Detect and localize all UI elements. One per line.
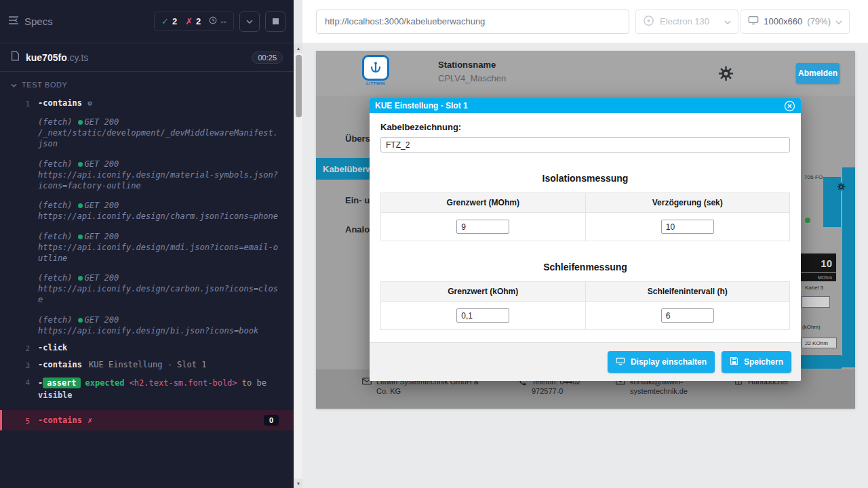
- command-argument: KUE Einstellung - Slot 1: [89, 360, 206, 369]
- failed-command-row[interactable]: 5 -contains ✗ 0: [0, 410, 294, 430]
- status-led: [805, 218, 810, 223]
- options-gear-icon: ⚙: [87, 99, 92, 108]
- specs-list-icon: [8, 16, 19, 27]
- display-icon: [616, 357, 625, 367]
- command-row[interactable]: 2 -click: [0, 340, 294, 357]
- line-number: 3: [0, 360, 38, 370]
- command-name: -contains: [38, 98, 82, 108]
- specs-label: Specs: [24, 16, 53, 27]
- grenzwert-kohm-input[interactable]: [456, 308, 509, 323]
- fetch-log[interactable]: (fetch)GET 200 /_next/static/development…: [38, 117, 280, 150]
- col-verzoegerung-sek: Verzögerung (sek): [585, 193, 790, 213]
- isolation-table: Grenzwert (MOhm) Verzögerung (sek): [380, 192, 790, 241]
- address-bar[interactable]: [316, 9, 629, 34]
- measure-unit: MOhm: [800, 273, 836, 281]
- scrollbar-thumb[interactable]: [296, 55, 302, 117]
- cypress-reporter: Specs ✓ 2 ✗ 2 --: [0, 0, 294, 488]
- station-name: CPLV4_Maschen: [438, 73, 506, 83]
- viewport-size: 1000x660: [764, 16, 802, 26]
- kabel-label: Kabel 5: [805, 285, 823, 291]
- passed-stat: ✓ 2: [161, 16, 177, 26]
- schleifenintervall-input[interactable]: [661, 308, 714, 323]
- command-row[interactable]: 3 -containsKUE Einstellung - Slot 1: [0, 357, 294, 373]
- grenzwert-mohm-input[interactable]: [456, 220, 509, 234]
- status-dot: [78, 162, 83, 167]
- pending-stat: --: [209, 16, 226, 26]
- line-number: 2: [0, 343, 38, 353]
- command-name: -click: [38, 343, 67, 352]
- kue-settings-modal: KUE Einstellung - Slot 1 Kabelbezeichnun…: [370, 98, 801, 381]
- fetch-log[interactable]: (fetch)GET 200 https://api.iconify.desig…: [38, 231, 280, 264]
- save-floppy-icon: [730, 357, 738, 367]
- col-grenzwert-mohm: Grenzwert (MOhm): [381, 193, 586, 213]
- test-stats: ✓ 2 ✗ 2 --: [154, 12, 234, 31]
- logout-button[interactable]: Abmelden: [796, 63, 840, 83]
- littwin-logo: LITTWIN: [361, 55, 391, 85]
- spec-file-row[interactable]: kue705fo.cy.ts 00:25: [0, 43, 294, 72]
- col-grenzwert-kohm: Grenzwert (kOhm): [381, 282, 586, 302]
- stop-tests-button[interactable]: [265, 12, 285, 32]
- modal-body: Kabelbezeichnung: Isolationsmessung Gren…: [370, 113, 801, 342]
- settings-gear-icon[interactable]: [718, 66, 734, 84]
- scroll-up-arrow[interactable]: ▲: [294, 43, 302, 53]
- chevron-down-icon: [724, 16, 731, 26]
- button-fragment[interactable]: [800, 355, 842, 369]
- display-on-button[interactable]: Display einschalten: [608, 351, 715, 373]
- assert-row[interactable]: 4 -assertexpected <h2.text-sm.font-bold>…: [0, 373, 294, 405]
- assert-badge: assert: [43, 378, 80, 388]
- test-body-label: TEST BODY: [22, 81, 68, 89]
- line-number: 5: [2, 415, 38, 426]
- schleifenmessung-title: Schleifenmessung: [380, 262, 790, 272]
- station-label: Stationsname: [438, 60, 506, 70]
- assert-selector: <h2.text-sm.font-bold>: [130, 378, 237, 388]
- fail-x-icon: ✗: [87, 415, 92, 425]
- panel-fragment: [842, 167, 855, 367]
- panel-code-label: 705-FO: [804, 174, 823, 180]
- isolationsmessung-title: Isolationsmessung: [380, 173, 790, 184]
- scroll-down-arrow[interactable]: ▼: [294, 479, 302, 488]
- kabelbezeichnung-input[interactable]: [380, 137, 790, 152]
- verzoegerung-sek-input[interactable]: [661, 220, 714, 234]
- table-row: [381, 213, 790, 241]
- status-dot: [78, 276, 83, 281]
- fetch-log[interactable]: (fetch)GET 200 https://api.iconify.desig…: [38, 314, 280, 336]
- status-dot: [78, 203, 83, 208]
- failed-stat: ✗ 2: [185, 16, 201, 26]
- browser-selector[interactable]: Electron 130: [635, 9, 738, 34]
- save-button[interactable]: Speichern: [722, 351, 791, 373]
- browser-topbar: Electron 130 1000x660 (79%): [302, 0, 868, 43]
- collapse-reporter-button[interactable]: [239, 12, 260, 32]
- stop-icon: [273, 18, 279, 24]
- table-row: [381, 302, 790, 330]
- line-number: 4: [0, 377, 38, 401]
- app-header: LITTWIN Stationsname CPLV4_Maschen: [316, 51, 855, 96]
- viewport-selector[interactable]: 1000x660 (79%): [741, 9, 850, 34]
- spec-name: kue705fo.cy.ts: [26, 52, 88, 63]
- panel-gear-icon[interactable]: [837, 182, 846, 194]
- status-dot: [78, 318, 83, 323]
- station-info: Stationsname CPLV4_Maschen: [438, 60, 506, 83]
- spec-file-icon: [11, 51, 20, 64]
- browser-name: Electron 130: [660, 16, 709, 26]
- chevron-down-icon: [835, 16, 842, 26]
- close-icon[interactable]: [784, 100, 795, 112]
- url-input[interactable]: [317, 10, 629, 33]
- fetch-log[interactable]: (fetch)GET 200 https://api.iconify.desig…: [38, 200, 280, 222]
- reporter-scrollbar[interactable]: ▲ ▼: [294, 43, 302, 488]
- input-fragment[interactable]: [802, 296, 830, 308]
- measure-display: 10: [800, 253, 836, 272]
- test-body-section[interactable]: TEST BODY: [0, 72, 294, 95]
- failed-x-icon: ✗: [185, 16, 193, 26]
- specs-menu[interactable]: Specs: [8, 16, 53, 27]
- schleifen-table: Grenzwert (kOhm) Schleifenintervall (h): [380, 281, 790, 330]
- col-schleifenintervall: Schleifenintervall (h): [585, 282, 790, 302]
- page: Specs ✓ 2 ✗ 2 --: [0, 0, 868, 488]
- log-count-badge: 0: [264, 415, 279, 426]
- command-row[interactable]: 1 -contains⚙ (fetch)GET 200 /_next/stati…: [0, 95, 294, 340]
- pending-clock-icon: [209, 16, 217, 26]
- reporter-header: Specs ✓ 2 ✗ 2 --: [0, 0, 294, 43]
- viewport-zoom: (79%): [807, 16, 831, 26]
- status-dot: [78, 235, 83, 239]
- fetch-log[interactable]: (fetch)GET 200 https://api.iconify.desig…: [38, 159, 280, 192]
- fetch-log[interactable]: (fetch)GET 200 https://api.iconify.desig…: [38, 272, 280, 306]
